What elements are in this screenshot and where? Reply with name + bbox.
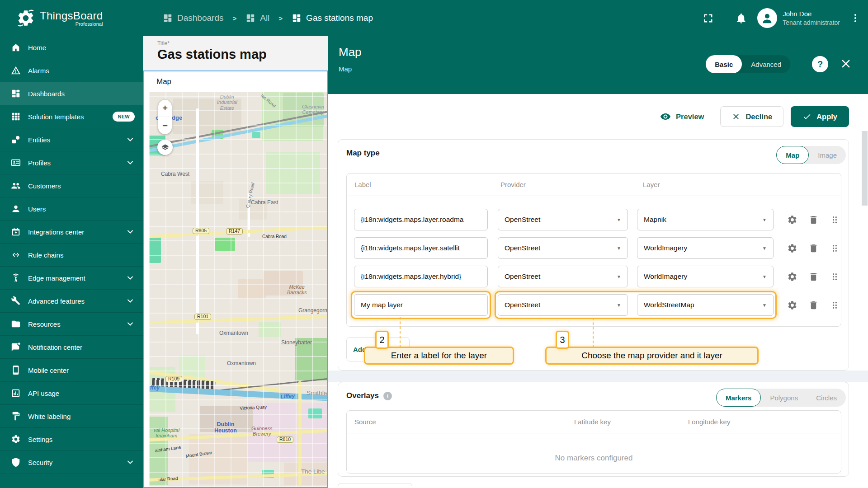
map-type-heading: Map type [346,149,380,158]
sidebar-item-mobile-center[interactable]: Mobile center [0,359,143,382]
toggle-advanced[interactable]: Advanced [742,55,790,73]
sidebar-item-edge-management[interactable]: Edge management [0,267,143,290]
help-button[interactable]: ? [812,56,828,72]
layer-select[interactable]: WorldStreetMap▼ [637,294,774,316]
apply-button[interactable]: Apply [791,106,849,127]
zoom-out-button[interactable]: − [158,117,172,134]
dashboards-icon [292,13,302,23]
provider-select[interactable]: OpenStreet▼ [498,294,628,316]
dashboard-title[interactable]: Gas stations map [157,47,328,62]
sidebar-item-entities[interactable]: Entities [0,128,143,151]
logo-title: ThingsBoard [40,9,103,22]
layer-label-input[interactable]: {i18n:widgets.maps.layer.roadma [354,209,488,230]
toggle-basic[interactable]: Basic [706,55,742,73]
dashboards-icon [163,13,173,23]
map-label: R101 [194,314,211,320]
thingsboard-logo[interactable]: ThingsBoard Professional [0,9,143,28]
delete-layer-icon[interactable] [808,215,819,225]
sidebar-item-label: White labeling [28,413,71,420]
drag-handle-icon[interactable] [830,215,840,225]
map-feature [238,279,266,299]
map-label: Guinness Brewery [251,426,272,437]
sidebar-item-white-labeling[interactable]: White labeling [0,405,143,428]
toggle-polygons[interactable]: Polygons [761,389,807,407]
sidebar-item-dashboards[interactable]: Dashboards [0,82,143,105]
sidebar-item-resources[interactable]: Resources [0,313,143,336]
breadcrumb-gas-stations-map[interactable]: Gas stations map [292,13,373,23]
map-widget-card[interactable]: Map + − Dublin Industrial Estateombridge… [143,70,328,488]
chevron-down-icon: ▼ [762,217,767,222]
layer-label-input[interactable]: My map layer [354,294,488,316]
map-type-card: Map type Map Image Label Provider Layer … [338,139,849,371]
row-actions [787,272,840,282]
toggle-map[interactable]: Map [776,146,809,164]
sidebar-item-api-usage[interactable]: API usage [0,382,143,405]
delete-layer-icon[interactable] [808,300,819,310]
layer-row: {i18n:widgets.maps.layer.hybrid}OpenStre… [354,266,841,287]
white-labeling-icon [11,411,21,421]
drag-handle-icon[interactable] [830,243,840,253]
sidebar-item-label: Customers [28,182,61,190]
map-label: ular Road [158,476,178,482]
delete-layer-icon[interactable] [808,272,819,282]
zoom-in-button[interactable]: + [158,100,172,117]
map-label: Dublin Heuston [214,421,237,434]
map-layers-button[interactable] [157,140,173,155]
sidebar-item-customers[interactable]: Customers [0,174,143,197]
provider-select[interactable]: OpenStreet▼ [498,209,628,230]
layer-settings-gear-icon[interactable] [787,300,797,310]
sidebar-item-notification-center[interactable]: Notification center [0,336,143,359]
breadcrumb-all[interactable]: All [245,13,269,23]
sidebar: HomeAlarmsDashboardsSolution templatesNE… [0,36,143,488]
layer-label-input[interactable]: {i18n:widgets.maps.layer.satellit [354,237,488,259]
provider-select[interactable]: OpenStreet▼ [498,237,628,259]
sidebar-item-alarms[interactable]: Alarms [0,59,143,82]
top-bar: ThingsBoard Professional Dashboards > Al… [0,0,868,36]
dashboards-icon [245,13,255,23]
row-actions [787,300,840,310]
sidebar-item-profiles[interactable]: Profiles [0,151,143,174]
layer-select[interactable]: WorldImagery▼ [637,266,774,287]
drag-handle-icon[interactable] [830,300,840,310]
sidebar-item-solution-templates[interactable]: Solution templatesNEW [0,105,143,128]
add-marker-button-cutoff[interactable] [338,483,412,488]
decline-button[interactable]: Decline [720,106,783,127]
sidebar-item-advanced-features[interactable]: Advanced features [0,290,143,313]
sidebar-item-label: Resources [28,320,61,328]
notifications-bell-icon[interactable] [735,12,747,24]
preview-button[interactable]: Preview [660,111,704,122]
sidebar-item-settings[interactable]: Settings [0,428,143,451]
sidebar-item-security[interactable]: Security [0,451,143,474]
toggle-circles[interactable]: Circles [807,389,846,407]
provider-select[interactable]: OpenStreet▼ [498,266,628,287]
chevron-down-icon [126,273,135,282]
delete-layer-icon[interactable] [808,243,819,253]
sidebar-item-rule-chains[interactable]: Rule chains [0,244,143,267]
layer-settings-gear-icon[interactable] [787,272,797,282]
layer-settings-gear-icon[interactable] [787,215,797,225]
scrollbar[interactable] [862,131,868,206]
toggle-image[interactable]: Image [809,146,846,164]
breadcrumb-dashboards[interactable]: Dashboards [163,13,223,23]
layer-select[interactable]: WorldImagery▼ [637,237,774,259]
kebab-menu-icon[interactable] [850,13,861,23]
sidebar-item-integrations-center[interactable]: Integrations center [0,221,143,244]
sidebar-item-home[interactable]: Home [0,36,143,59]
map-canvas[interactable]: + − Dublin Industrial Estateombridgelas … [149,92,327,487]
sidebar-item-users[interactable]: Users [0,197,143,221]
chevron-down-icon: ▼ [617,246,621,251]
chevron-down-icon [126,458,135,467]
layer-select[interactable]: Mapnik▼ [637,209,774,230]
dashboard-edit-panel: Title* Gas stations map Map + − Dublin I… [143,36,328,488]
drag-handle-icon[interactable] [830,272,840,282]
map-label: Glasnevin Cemetery [302,104,324,115]
sidebar-item-label: Settings [28,436,52,443]
fullscreen-icon[interactable] [702,12,714,24]
toggle-markers[interactable]: Markers [716,389,761,407]
close-icon[interactable] [839,57,853,70]
layer-label-input[interactable]: {i18n:widgets.maps.layer.hybrid} [354,266,488,287]
layer-settings-gear-icon[interactable] [787,243,797,253]
avatar[interactable] [757,8,777,28]
sidebar-item-label: Users [28,205,46,213]
sidebar-item-label: Entities [28,136,50,144]
